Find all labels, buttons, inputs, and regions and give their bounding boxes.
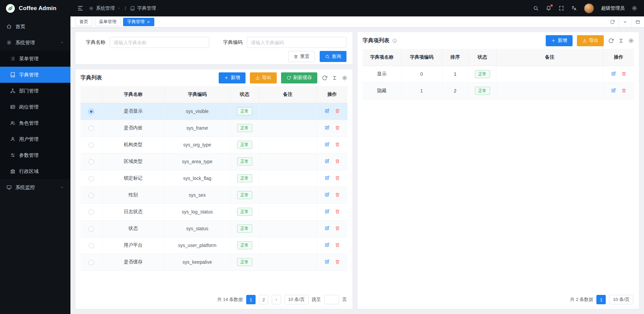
- reload-table-icon[interactable]: [608, 38, 614, 44]
- dict-item-table-body: 显示01正常隐藏12正常: [363, 66, 634, 99]
- edit-icon[interactable]: [324, 259, 330, 264]
- edit-icon[interactable]: [324, 242, 330, 248]
- row-select-radio[interactable]: [89, 159, 94, 165]
- dict-table-row[interactable]: 区域类型sys_area_type正常: [80, 153, 347, 170]
- tab-dict-mgmt[interactable]: 字典管理: [123, 18, 154, 26]
- page-button-2[interactable]: 2: [259, 295, 268, 304]
- sidebar-item-user-mgmt[interactable]: 用户管理: [0, 131, 70, 147]
- delete-icon[interactable]: [335, 226, 340, 231]
- dict-table-row[interactable]: 是否内嵌sys_frame正常: [80, 120, 347, 136]
- dict-code-input[interactable]: [247, 37, 346, 48]
- reload-table-icon[interactable]: [322, 75, 327, 81]
- info-icon[interactable]: [392, 38, 397, 43]
- row-select-radio[interactable]: [89, 142, 94, 148]
- row-select-radio[interactable]: [89, 176, 94, 181]
- edit-icon[interactable]: [324, 159, 330, 164]
- page-size-select[interactable]: 10 条/页: [609, 295, 633, 304]
- edit-icon[interactable]: [324, 108, 330, 114]
- edit-icon[interactable]: [611, 71, 616, 76]
- dict-table-row[interactable]: 是否显示sys_visible正常: [80, 103, 347, 120]
- sidebar-item-home[interactable]: 首页: [0, 18, 70, 35]
- edit-icon[interactable]: [324, 175, 330, 181]
- sidebar-item-role-mgmt[interactable]: 角色管理: [0, 115, 70, 131]
- search-icon[interactable]: [533, 5, 539, 11]
- edit-icon[interactable]: [324, 125, 330, 130]
- row-select-radio[interactable]: [89, 260, 94, 265]
- dict-table-row[interactable]: 锁定标记sys_lock_flag正常: [80, 170, 347, 187]
- collapse-sidebar-icon[interactable]: [77, 5, 84, 11]
- status-badge: 正常: [237, 107, 252, 115]
- edit-icon[interactable]: [324, 142, 330, 147]
- dict-item-table-row[interactable]: 隐藏12正常: [363, 82, 634, 99]
- delete-icon[interactable]: [335, 175, 340, 181]
- layout-button[interactable]: [631, 16, 644, 27]
- sidebar-group-monitor[interactable]: 系统监控: [0, 179, 70, 195]
- edit-icon[interactable]: [324, 192, 330, 197]
- delete-icon[interactable]: [335, 125, 340, 130]
- row-select-radio[interactable]: [89, 126, 94, 131]
- dict-table-row[interactable]: 用户平台sys_user_platform正常: [80, 237, 347, 254]
- dict-table-row[interactable]: 日志状态sys_log_status正常: [80, 203, 347, 220]
- column-settings-icon[interactable]: [618, 38, 624, 44]
- dict-table-row[interactable]: 状态sys_status正常: [80, 220, 347, 237]
- row-select-radio[interactable]: [89, 209, 94, 215]
- username[interactable]: 超级管理员: [601, 5, 625, 11]
- dict-table-row[interactable]: 是否缓存sys_keepalive正常: [80, 254, 347, 270]
- export-button[interactable]: 导出: [250, 72, 277, 83]
- jump-page-input[interactable]: [324, 295, 339, 304]
- refresh-page-button[interactable]: [606, 16, 619, 27]
- row-select-radio[interactable]: [89, 109, 94, 114]
- delete-icon[interactable]: [335, 108, 340, 114]
- app-logo[interactable]: Coffee Admin: [0, 0, 70, 16]
- table-settings-icon[interactable]: [342, 75, 347, 81]
- row-select-radio[interactable]: [89, 243, 94, 248]
- tab-options-button[interactable]: [619, 16, 631, 27]
- sidebar-item-dept-mgmt[interactable]: 部门管理: [0, 83, 70, 99]
- sidebar-item-dict-mgmt[interactable]: 字典管理: [0, 67, 70, 83]
- delete-icon[interactable]: [621, 88, 627, 93]
- tab-close-icon[interactable]: [147, 20, 150, 24]
- settings-gear-icon[interactable]: [632, 5, 637, 11]
- edit-icon[interactable]: [324, 209, 330, 214]
- sidebar-item-param-mgmt[interactable]: 参数管理: [0, 147, 70, 163]
- tab-menu-mgmt[interactable]: 菜单管理: [95, 18, 120, 26]
- avatar[interactable]: [584, 3, 594, 13]
- tab-label: 字典管理: [127, 19, 145, 25]
- sidebar-item-post-mgmt[interactable]: 岗位管理: [0, 99, 70, 115]
- fullscreen-icon[interactable]: [558, 5, 564, 11]
- tab-home[interactable]: 首页: [75, 18, 92, 26]
- page-button-1[interactable]: 1: [596, 295, 606, 304]
- dict-table-row[interactable]: 机构类型sys_org_type正常: [80, 136, 347, 153]
- sidebar-item-region[interactable]: 行政区域: [0, 163, 70, 179]
- delete-icon[interactable]: [335, 242, 340, 248]
- delete-icon[interactable]: [335, 259, 340, 264]
- dict-item-table-row[interactable]: 显示01正常: [363, 66, 634, 82]
- add-item-button[interactable]: 新增: [546, 35, 573, 46]
- edit-icon[interactable]: [324, 226, 330, 231]
- row-select-radio[interactable]: [89, 226, 94, 232]
- delete-icon[interactable]: [335, 209, 340, 214]
- refresh-cache-button[interactable]: 刷新缓存: [281, 72, 317, 83]
- add-button[interactable]: 新增: [219, 72, 246, 83]
- sidebar-group-system[interactable]: 系统管理: [0, 35, 70, 51]
- column-settings-icon[interactable]: [332, 75, 337, 81]
- dict-table-row[interactable]: 性别sys_sex正常: [80, 187, 347, 203]
- table-settings-icon[interactable]: [628, 38, 634, 44]
- translate-icon[interactable]: [571, 5, 577, 11]
- query-button[interactable]: 查询: [320, 51, 346, 62]
- delete-icon[interactable]: [621, 71, 627, 76]
- dict-name-input[interactable]: [110, 37, 209, 48]
- next-page-button[interactable]: [272, 295, 281, 304]
- edit-icon[interactable]: [611, 88, 616, 93]
- row-select-radio[interactable]: [89, 193, 94, 198]
- reset-button[interactable]: 重置: [288, 51, 315, 62]
- page-size-select[interactable]: 10 条/页: [284, 295, 309, 304]
- delete-icon[interactable]: [335, 192, 340, 197]
- sidebar-item-menu-mgmt[interactable]: 菜单管理: [0, 51, 70, 67]
- delete-icon[interactable]: [335, 142, 340, 147]
- delete-icon[interactable]: [335, 159, 340, 164]
- notifications-button[interactable]: [546, 5, 551, 11]
- breadcrumb-root[interactable]: 系统管理: [96, 5, 115, 11]
- export-items-button[interactable]: 导出: [577, 35, 604, 46]
- page-button-1[interactable]: 1: [246, 295, 256, 304]
